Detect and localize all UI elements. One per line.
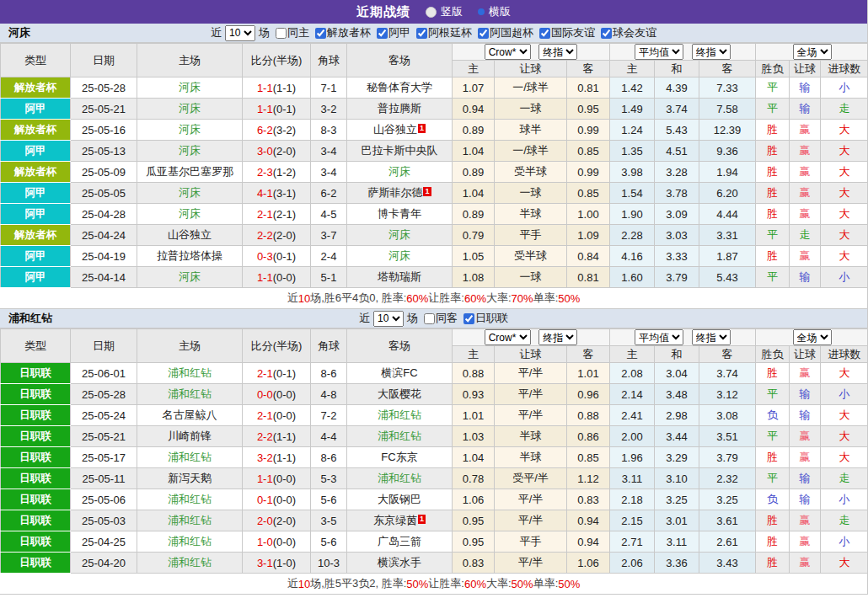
handicap-cell: 半球 xyxy=(495,426,567,447)
away-cell: 浦和红钻 xyxy=(347,405,453,426)
team-name: 浦和红钻 xyxy=(168,535,212,547)
radio-horizontal-layout[interactable]: 横版 xyxy=(478,4,511,19)
goals-result-cell: 小 xyxy=(821,489,868,510)
handicap-result-cell: 输 xyxy=(790,99,821,120)
filter-checkbox-阿根廷杯[interactable]: 阿根廷杯 xyxy=(410,25,472,40)
odds-away-cell: 0.99 xyxy=(567,120,610,141)
score-cell: 2-1(0-0) xyxy=(243,405,311,426)
avg-draw-cell: 3.25 xyxy=(655,489,699,510)
checkbox-阿甲[interactable] xyxy=(377,28,388,39)
summary-segment: 大率: xyxy=(486,291,512,306)
filter-bar-urawa: 浦和红钻 近 10 场 同客日职联 xyxy=(0,309,867,328)
radio-selected-icon[interactable] xyxy=(478,8,485,15)
team-name: 塔勒瑞斯 xyxy=(378,270,421,283)
team-name: 河床 xyxy=(179,144,201,157)
odds-source-select[interactable]: Crow* xyxy=(485,44,531,60)
filter-checkbox-日职联[interactable]: 日职联 xyxy=(458,311,508,326)
odds-away-cell: 1.06 xyxy=(567,553,610,574)
odds-away-cell: 1.00 xyxy=(567,204,610,225)
summary-segment: 让胜率: xyxy=(428,291,464,306)
scope-select[interactable]: 全场 xyxy=(793,329,832,345)
col-header-date: 日期 xyxy=(71,329,137,363)
avg-home-cell: 4.16 xyxy=(610,246,655,267)
match-row: 解放者杯25-05-28河床1-1(1-1)7-1秘鲁体育大学1.07一/球半0… xyxy=(1,77,868,99)
goals-result-cell: 大 xyxy=(821,120,868,141)
checkbox-日职联[interactable] xyxy=(463,313,474,324)
team-name: 巴拉卡斯中央队 xyxy=(362,144,438,157)
result-cell: 胜 xyxy=(756,363,790,384)
radio-unselected-icon[interactable] xyxy=(426,7,437,18)
results-rows-river-plate: 解放者杯25-05-28河床1-1(1-1)7-1秘鲁体育大学1.07一/球半0… xyxy=(1,77,868,288)
checkbox-解放者杯[interactable] xyxy=(315,28,326,39)
avg-home-cell: 1.54 xyxy=(610,183,655,204)
result-cell: 胜 xyxy=(756,510,790,531)
odds-home-cell: 0.83 xyxy=(453,553,495,574)
date-cell: 25-04-19 xyxy=(71,246,137,267)
away-cell: 大阪樱花 xyxy=(347,384,453,405)
odds-final-select[interactable]: 终指 xyxy=(538,44,577,60)
handicap-result-cell: 输 xyxy=(790,405,821,426)
league-filter-checkboxes: 同客日职联 xyxy=(418,311,508,326)
score-fulltime: 1-1 xyxy=(257,473,273,485)
avg-final-select[interactable]: 终指 xyxy=(692,329,731,345)
filter-checkbox-同客[interactable]: 同客 xyxy=(418,311,458,326)
checkbox-国际友谊[interactable] xyxy=(539,28,550,39)
avg-draw-cell: 3.78 xyxy=(655,183,699,204)
odds-home-cell: 1.04 xyxy=(453,183,495,204)
handicap-result-cell: 输 xyxy=(790,489,821,510)
result-cell: 胜 xyxy=(756,141,790,162)
avg-source-select[interactable]: 平均值 xyxy=(635,329,683,345)
home-cell: 浦和红钻 xyxy=(137,531,243,553)
corner-cell: 7-1 xyxy=(311,77,347,99)
avg-draw-cell: 3.09 xyxy=(655,204,699,225)
handicap-result-cell: 赢 xyxy=(790,183,821,204)
radio-vertical-label: 竖版 xyxy=(441,4,463,19)
result-cell: 平 xyxy=(756,267,790,288)
filter-checkbox-国际友谊[interactable]: 国际友谊 xyxy=(533,25,595,40)
filter-checkbox-球会友谊[interactable]: 球会友谊 xyxy=(595,25,656,40)
avg-source-select[interactable]: 平均值 xyxy=(635,44,683,60)
handicap-result-cell: 输 xyxy=(790,468,821,489)
near-count-select[interactable]: 10 xyxy=(373,311,404,327)
title-bar: 近期战绩 竖版 横版 xyxy=(0,0,867,24)
radio-vertical-layout[interactable]: 竖版 xyxy=(426,4,463,19)
checkbox-同客[interactable] xyxy=(424,313,435,324)
avg-home-cell: 1.24 xyxy=(610,120,655,141)
odds-home-cell: 1.08 xyxy=(453,267,495,288)
handicap-result-cell: 赢 xyxy=(790,204,821,225)
odds-home-cell: 0.89 xyxy=(453,162,495,183)
score-halftime: (0-0) xyxy=(273,388,296,401)
checkbox-阿国超杯[interactable] xyxy=(478,28,489,39)
summary-segment: 10 xyxy=(298,292,310,305)
team-name: 萨斯菲尔德 xyxy=(367,186,422,199)
result-cell: 胜 xyxy=(756,531,790,553)
handicap-cell: 一球 xyxy=(495,99,567,120)
odds-home-cell: 1.05 xyxy=(453,246,495,267)
checkbox-同主[interactable] xyxy=(276,28,287,39)
red-card-badge: 1 xyxy=(423,187,431,196)
col-header-score: 比分(半场) xyxy=(243,329,311,363)
near-label: 近 xyxy=(359,311,370,326)
odds-away-cell: 0.85 xyxy=(567,141,610,162)
odds-away-cell: 0.86 xyxy=(567,426,610,447)
team-name: 普拉腾斯 xyxy=(378,102,421,115)
score-halftime: (0-0) xyxy=(273,473,296,485)
scope-select[interactable]: 全场 xyxy=(793,44,832,60)
odds-source-select[interactable]: Crow* xyxy=(485,329,531,345)
corner-cell: 10-3 xyxy=(311,553,347,574)
match-row: 解放者杯25-04-24山谷独立2-2(2-0)3-7河床0.79平手1.092… xyxy=(1,225,868,246)
avg-home-cell: 2.28 xyxy=(610,225,655,246)
odds-final-select[interactable]: 终指 xyxy=(538,329,577,345)
filter-checkbox-阿甲[interactable]: 阿甲 xyxy=(371,25,410,40)
avg-final-select[interactable]: 终指 xyxy=(692,44,731,60)
near-count-select[interactable]: 10 xyxy=(225,25,255,41)
filter-checkbox-阿国超杯[interactable]: 阿国超杯 xyxy=(472,25,533,40)
filter-checkbox-解放者杯[interactable]: 解放者杯 xyxy=(309,25,371,40)
sub-header-odds-home: 主 xyxy=(453,61,495,77)
checkbox-球会友谊[interactable] xyxy=(601,28,612,39)
checkbox-阿根廷杯[interactable] xyxy=(416,28,427,39)
avg-draw-cell: 3.04 xyxy=(655,363,699,384)
handicap-cell: 半球 xyxy=(495,204,567,225)
filter-checkbox-同主[interactable]: 同主 xyxy=(270,25,309,40)
handicap-cell: 平手 xyxy=(495,531,567,553)
